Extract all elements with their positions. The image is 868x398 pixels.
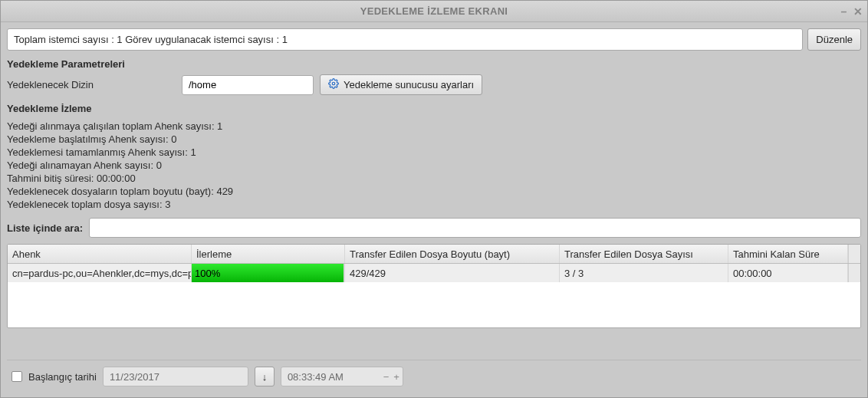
backup-table: Ahenk İlerleme Transfer Edilen Dosya Boy… [7,244,861,328]
start-date-checkbox[interactable] [12,371,22,382]
monitor-stats: Yedeği alınmaya çalışılan toplam Ahenk s… [7,119,861,212]
stat-line: Yedeklemesi tamamlanmış Ahenk sayısı: 1 [7,146,861,158]
scrollbar-header [848,245,860,263]
table-row[interactable]: cn=pardus-pc,ou=Ahenkler,dc=mys,dc=pardu… [8,264,860,282]
start-time-field[interactable]: 08:33:49 AM − + [281,367,403,386]
titlebar: YEDEKLEME İZLEME EKRANI – ✕ [1,1,867,22]
col-eta[interactable]: Tahmini Kalan Süre [728,245,848,263]
window-controls: – ✕ [841,1,863,21]
server-settings-label: Yedekleme sunucusu ayarları [344,79,474,90]
table-body: cn=pardus-pc,ou=Ahenkler,dc=mys,dc=pardu… [8,264,860,327]
stat-line: Tahmini bitiş süresi: 00:00:00 [7,173,861,184]
stat-line: Yedeklenecek dosyaların toplam boyutu (b… [7,186,861,197]
search-label: Liste içinde ara: [7,222,83,234]
backup-dir-input[interactable] [182,75,314,95]
date-picker-button[interactable]: ↓ [255,367,275,386]
progress-text: 100% [195,268,220,279]
search-input[interactable] [89,218,861,238]
cell-ahenk: cn=pardus-pc,ou=Ahenkler,dc=mys,dc=pardu… [8,264,192,282]
client-summary-field: Toplam istemci sayısı : 1 Görev uygulana… [7,28,803,51]
backup-dir-row: Yedeklenecek Dizin Yedekleme sunucusu ay… [7,74,861,95]
stat-line: Yedeği alınmaya çalışılan toplam Ahenk s… [7,120,861,132]
start-date-field[interactable]: 11/23/2017 [103,367,248,386]
stepper-minus-icon[interactable]: − [383,371,390,383]
backup-dir-label: Yedeklenecek Dizin [7,79,176,90]
stepper-plus-icon[interactable]: + [393,371,399,383]
cell-eta: 00:00:00 [728,264,848,282]
arrow-down-icon: ↓ [262,371,268,383]
client-summary-text: Toplam istemci sayısı : 1 Görev uygulana… [14,34,288,45]
gear-icon [328,78,339,91]
col-bytes[interactable]: Transfer Edilen Dosya Boyutu (bayt) [345,245,560,263]
start-date-value: 11/23/2017 [110,371,159,383]
stat-line: Yedekleme başlatılmış Ahenk sayısı: 0 [7,133,861,145]
server-settings-button[interactable]: Yedekleme sunucusu ayarları [320,74,482,95]
table-header-row: Ahenk İlerleme Transfer Edilen Dosya Boy… [8,245,860,264]
content-area: Toplam istemci sayısı : 1 Görev uygulana… [1,22,867,397]
cell-progress: 100% [192,264,345,282]
cell-files: 3 / 3 [560,264,728,282]
params-section-title: Yedekleme Parametreleri [7,58,861,70]
window-title: YEDEKLEME İZLEME EKRANI [360,5,508,17]
stat-line: Yedeklenecek toplam dosya sayısı: 3 [7,199,861,210]
scrollbar[interactable] [848,264,860,282]
time-stepper: − + [383,371,399,383]
search-row: Liste içinde ara: [7,218,861,238]
col-files[interactable]: Transfer Edilen Dosya Sayısı [560,245,728,263]
edit-button-label: Düzenle [816,34,853,45]
minimize-icon[interactable]: – [841,5,847,18]
start-time-value: 08:33:49 AM [288,371,344,383]
stat-line: Yedeği alınamayan Ahenk sayısı: 0 [7,160,861,171]
svg-point-0 [332,82,335,85]
footer-row: Başlangıç tarihi 11/23/2017 ↓ 08:33:49 A… [7,360,861,394]
col-ahenk[interactable]: Ahenk [8,245,192,263]
monitor-section-title: Yedekleme İzleme [7,103,861,114]
info-bar-row: Toplam istemci sayısı : 1 Görev uygulana… [7,28,861,51]
start-date-label: Başlangıç tarihi [28,371,97,383]
cell-bytes: 429/429 [345,264,560,282]
backup-monitor-window: YEDEKLEME İZLEME EKRANI – ✕ Toplam istem… [0,0,868,398]
edit-button[interactable]: Düzenle [807,28,861,51]
col-progress[interactable]: İlerleme [192,245,345,263]
close-icon[interactable]: ✕ [853,5,863,18]
